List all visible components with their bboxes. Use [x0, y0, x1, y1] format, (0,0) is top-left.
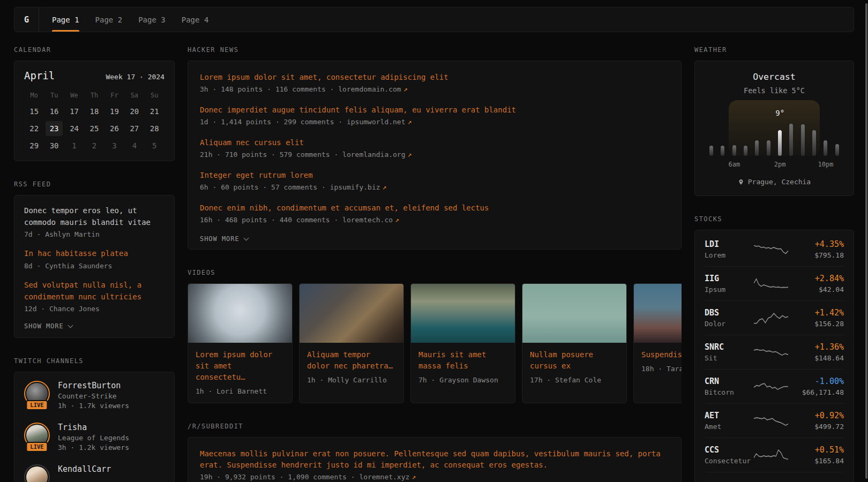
twitch-channel-kendallcarr[interactable]: KendallCarr	[24, 464, 164, 482]
hacker-news-section-title: HACKER NEWS	[188, 46, 682, 54]
video-card[interactable]: Mauris sit amet massa felis 7h · Grayson…	[410, 283, 515, 403]
external-link-icon: ↗	[383, 183, 387, 191]
hn-item: Aliquam nec cursus elit 21h · 710 points…	[200, 137, 669, 159]
hn-item-link[interactable]: Aliquam nec cursus elit	[200, 137, 669, 148]
stock-name: Ipsum	[705, 285, 752, 293]
rss-item-link[interactable]: Donec tempor eros leo, ut commodo mauris…	[24, 205, 164, 228]
calendar-day: 26	[106, 121, 123, 136]
hn-item-link[interactable]: Donec imperdiet augue tincidunt felis al…	[200, 104, 669, 116]
subreddit-post-link[interactable]: Maecenas mollis pulvinar erat non posuer…	[200, 448, 669, 471]
time-label: 10pm	[818, 161, 834, 168]
rss-item: In hac habitasse platea 8d · Cynthia Sau…	[24, 248, 164, 270]
stock-row-snrc: SNRCSit +1.36%$148.64	[705, 335, 844, 369]
hn-show-more-button[interactable]: SHOW MORE	[200, 235, 248, 243]
calendar-day: 30	[46, 138, 63, 153]
channel-name: Trisha	[58, 423, 129, 432]
stocks-section-title: STOCKS	[694, 215, 854, 223]
stock-sparkline	[752, 276, 790, 292]
calendar-day: 29	[26, 138, 43, 153]
rss-item-link[interactable]: Sed volutpat nulla nisl, a condimentum n…	[24, 280, 164, 303]
channel-meta: 3h · 1.2k viewers	[58, 443, 129, 451]
calendar-day: 16	[46, 104, 63, 119]
weather-section: WEATHER Overcast Feels like 5°C 9° 6am 2…	[694, 46, 854, 196]
rss-item-link[interactable]: In hac habitasse platea	[24, 248, 164, 260]
video-title-link[interactable]: Nullam posuere cursus ex	[530, 349, 619, 372]
stock-price: $66,171.48	[790, 388, 844, 396]
calendar-day: 21	[146, 104, 163, 119]
hn-item-meta: 1d · 1,414 points · 299 comments · ipsum…	[200, 118, 669, 126]
calendar-day: 25	[86, 121, 103, 136]
video-thumbnail	[411, 284, 515, 343]
page-tabs: Page 1 Page 2 Page 3 Page 4	[39, 7, 208, 32]
stock-row-ldi: LDILorem +4.35%$795.18	[705, 232, 844, 266]
calendar-dow: Th	[91, 89, 98, 102]
calendar-dow: Mo	[30, 89, 38, 102]
time-label: 2pm	[774, 161, 786, 168]
calendar-grid: Mo Tu We Th Fr Sa Su 15 16 17 18 19 20 2…	[24, 89, 164, 153]
calendar-dow: Fr	[110, 89, 118, 102]
stock-ticker: CCS	[705, 445, 752, 455]
calendar-dow: Tu	[50, 89, 58, 102]
top-nav: G Page 1 Page 2 Page 3 Page 4	[14, 7, 854, 32]
hn-item-domain: ipsumify.biz	[330, 183, 380, 191]
video-meta: 1h · Lori Barnett	[196, 387, 285, 395]
hacker-news-card: Lorem ipsum dolor sit amet, consectetur …	[188, 61, 682, 250]
stock-change: +4.35%	[790, 239, 844, 249]
tab-page-1[interactable]: Page 1	[52, 7, 79, 32]
video-meta: 17h · Stefan Cole	[530, 376, 619, 384]
tab-page-3[interactable]: Page 3	[138, 7, 166, 32]
hn-item-meta: 3h · 148 points · 116 comments · loremdo…	[200, 85, 669, 93]
time-label: 6am	[728, 161, 740, 168]
calendar-section: CALENDAR April Week 17 · 2024 Mo Tu We T…	[14, 46, 175, 161]
calendar-dow: Sa	[131, 89, 138, 102]
stock-ticker: LDI	[705, 239, 752, 249]
page-scrollbar[interactable]	[865, 3, 867, 479]
hn-item-link[interactable]: Integer eget rutrum lorem	[200, 170, 669, 181]
calendar-day: 1	[66, 138, 83, 153]
stock-change: +1.42%	[790, 308, 844, 318]
video-title-link[interactable]: Mauris sit amet massa felis	[418, 349, 507, 372]
video-title-link[interactable]: Suspendisse diam	[641, 349, 682, 360]
twitch-channel-forrestburton[interactable]: LIVE ForrestBurton Counter-Strike 1h · 1…	[24, 381, 164, 410]
channel-category: Counter-Strike	[58, 392, 129, 400]
main-column: HACKER NEWS Lorem ipsum dolor sit amet, …	[188, 46, 682, 482]
hn-item-domain: loremdomain.com	[338, 85, 401, 93]
hn-item-link[interactable]: Donec enim nibh, condimentum et accumsan…	[200, 202, 669, 214]
hn-item: Integer eget rutrum lorem 6h · 60 points…	[200, 170, 669, 191]
location-pin-icon	[738, 178, 744, 186]
calendar-month: April	[24, 70, 55, 81]
weather-condition: Overcast	[705, 72, 844, 82]
hn-item-domain: loremtech.co	[342, 216, 393, 224]
stocks-card: LDILorem +4.35%$795.18 IIGIpsum +2.84%$4…	[694, 230, 854, 482]
external-link-icon: ↗	[403, 85, 408, 93]
video-card[interactable]: Suspendisse diam 18h · Tara	[633, 283, 682, 403]
stock-sparkline	[752, 310, 790, 326]
video-thumbnail	[300, 284, 403, 343]
hn-item-link[interactable]: Lorem ipsum dolor sit amet, consectetur …	[200, 72, 669, 83]
tab-page-4[interactable]: Page 4	[182, 7, 209, 32]
rss-section-title: RSS FEED	[14, 180, 175, 188]
video-card[interactable]: Lorem ipsum dolor sit amet consectetu… 1…	[188, 283, 293, 403]
video-card[interactable]: Nullam posuere cursus ex 17h · Stefan Co…	[522, 283, 627, 403]
app-logo[interactable]: G	[14, 7, 39, 32]
video-title-link[interactable]: Lorem ipsum dolor sit amet consectetu…	[196, 349, 285, 383]
calendar-day: 5	[146, 138, 163, 153]
stock-change: -1.00%	[790, 376, 844, 386]
hacker-news-section: HACKER NEWS Lorem ipsum dolor sit amet, …	[188, 46, 682, 250]
twitch-channel-trisha[interactable]: LIVE Trisha League of Legends 3h · 1.2k …	[24, 423, 164, 451]
external-link-icon: ↗	[408, 150, 412, 159]
hn-item-domain: ipsumworld.net	[347, 118, 406, 126]
tab-page-2[interactable]: Page 2	[95, 7, 123, 32]
subreddit-card: Maecenas mollis pulvinar erat non posuer…	[188, 437, 682, 482]
stock-name: Bitcorn	[705, 388, 752, 396]
hn-item-domain: loremlandia.org	[342, 150, 405, 159]
stock-price: $165.84	[790, 457, 844, 465]
stock-sparkline	[752, 479, 790, 482]
video-card[interactable]: Aliquam tempor dolor nec pharetra… 1h · …	[299, 283, 404, 403]
stock-change: +0.51%	[790, 445, 844, 455]
video-title-link[interactable]: Aliquam tempor dolor nec pharetra…	[307, 349, 396, 372]
subreddit-post: Maecenas mollis pulvinar erat non posuer…	[200, 448, 669, 481]
rss-show-more-button[interactable]: SHOW MORE	[24, 322, 72, 330]
stock-name: Consectetur	[705, 457, 752, 465]
calendar-day: 3	[106, 138, 123, 153]
